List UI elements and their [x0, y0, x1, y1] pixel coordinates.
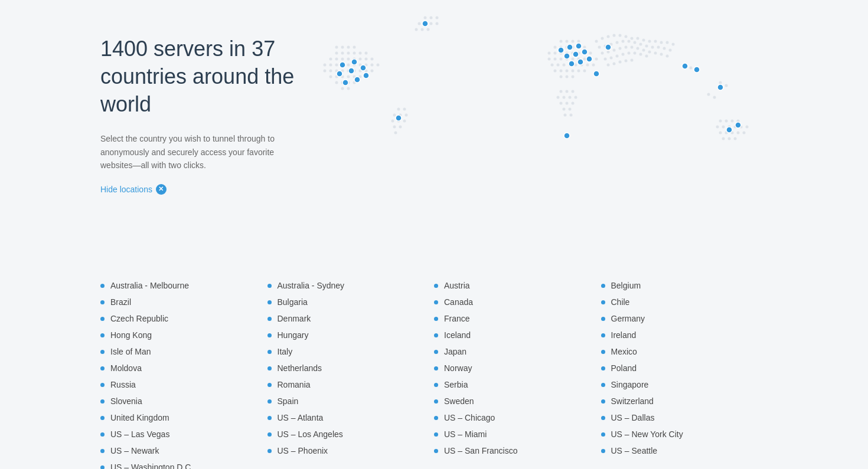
list-item[interactable]: Hungary	[267, 327, 423, 343]
list-item[interactable]: US – Atlanta	[267, 409, 423, 426]
svg-point-93	[586, 64, 589, 67]
svg-point-135	[625, 46, 628, 49]
svg-point-125	[639, 43, 642, 46]
svg-point-226	[593, 71, 599, 77]
list-item[interactable]: France	[434, 310, 589, 327]
location-label: Romania	[278, 380, 311, 389]
list-item[interactable]: US – Washington D.C.	[100, 459, 256, 469]
top-section: 1400 servers in 37 countries around the …	[0, 0, 868, 265]
location-label: Slovenia	[110, 396, 142, 406]
list-item[interactable]: US – New York City	[601, 426, 756, 442]
list-item[interactable]: US – Newark	[100, 442, 256, 459]
hide-locations-button[interactable]: Hide locations ✕	[100, 184, 167, 195]
svg-point-137	[637, 47, 639, 50]
list-item[interactable]: US – Seattle	[601, 442, 756, 459]
svg-point-115	[660, 41, 663, 44]
list-item[interactable]: Germany	[601, 310, 756, 327]
list-item[interactable]: US – Dallas	[601, 409, 756, 426]
world-map-svg	[307, 0, 868, 265]
svg-point-175	[391, 120, 394, 123]
list-item[interactable]: Japan	[434, 343, 589, 360]
list-item[interactable]: US – Miami	[434, 426, 589, 442]
list-item[interactable]: Serbia	[434, 376, 589, 393]
list-item[interactable]: Chile	[601, 294, 756, 310]
svg-point-114	[654, 40, 657, 43]
svg-point-178	[393, 126, 396, 129]
list-item[interactable]: Mexico	[601, 343, 756, 360]
list-item[interactable]: US – San Francisco	[434, 442, 589, 459]
svg-point-26	[371, 64, 374, 67]
location-label: Netherlands	[278, 363, 322, 373]
svg-point-58	[421, 28, 424, 31]
list-item[interactable]: Slovenia	[100, 393, 256, 409]
svg-point-121	[616, 41, 619, 44]
list-item[interactable]: Bulgaria	[267, 294, 423, 310]
svg-point-158	[572, 90, 575, 93]
list-item[interactable]: US – Phoenix	[267, 442, 423, 459]
list-item[interactable]: Singapore	[601, 376, 756, 393]
bullet-icon	[100, 416, 105, 420]
list-item[interactable]: US – Chicago	[434, 409, 589, 426]
svg-point-36	[371, 70, 374, 73]
list-item[interactable]: Netherlands	[267, 360, 423, 376]
svg-point-5	[341, 52, 344, 55]
svg-point-6	[347, 52, 350, 55]
list-item[interactable]: Iceland	[434, 327, 589, 343]
main-heading: 1400 servers in 37 countries around the …	[100, 35, 307, 118]
svg-point-186	[722, 126, 725, 129]
svg-point-28	[324, 70, 327, 73]
svg-point-60	[560, 40, 563, 43]
list-item[interactable]: Russia	[100, 376, 256, 393]
list-item[interactable]: Belgium	[601, 277, 756, 294]
svg-point-64	[554, 46, 557, 49]
svg-point-99	[577, 70, 580, 73]
close-icon: ✕	[156, 184, 167, 195]
list-item[interactable]: Sweden	[434, 393, 589, 409]
location-label: Serbia	[444, 380, 468, 389]
svg-point-112	[642, 39, 645, 42]
bullet-icon	[267, 432, 272, 437]
list-item[interactable]: Norway	[434, 360, 589, 376]
svg-point-222	[569, 61, 575, 67]
bullet-icon	[601, 333, 605, 337]
svg-point-100	[583, 70, 586, 73]
list-item[interactable]: Australia - Melbourne	[100, 277, 256, 294]
svg-point-55	[430, 22, 433, 25]
list-item[interactable]: Czech Republic	[100, 310, 256, 327]
location-label: US – Chicago	[444, 413, 495, 422]
svg-point-59	[427, 28, 430, 31]
list-item[interactable]: Denmark	[267, 310, 423, 327]
svg-point-227	[682, 63, 688, 69]
bullet-icon	[100, 465, 105, 470]
list-item[interactable]: US – Los Angeles	[267, 426, 423, 442]
bullet-icon	[267, 300, 272, 304]
list-item[interactable]: US – Las Vegas	[100, 426, 256, 442]
list-item[interactable]: Isle of Man	[100, 343, 256, 360]
svg-point-19	[329, 64, 332, 67]
list-item[interactable]: Canada	[434, 294, 589, 310]
list-item[interactable]: Australia - Sydney	[267, 277, 423, 294]
svg-point-71	[554, 52, 557, 55]
location-label: Denmark	[278, 314, 311, 323]
svg-point-168	[564, 114, 567, 117]
list-item[interactable]: Ireland	[601, 327, 756, 343]
list-item[interactable]: Moldova	[100, 360, 256, 376]
svg-point-172	[393, 114, 396, 117]
list-item[interactable]: Spain	[267, 393, 423, 409]
svg-point-109	[625, 35, 628, 38]
svg-point-216	[558, 47, 564, 53]
list-item[interactable]: Poland	[601, 360, 756, 376]
svg-point-129	[663, 47, 666, 50]
bullet-icon	[434, 284, 438, 288]
svg-point-146	[622, 53, 625, 56]
list-item[interactable]: Hong Kong	[100, 327, 256, 343]
list-item[interactable]: Brazil	[100, 294, 256, 310]
list-item[interactable]: Romania	[267, 376, 423, 393]
svg-point-77	[589, 52, 592, 55]
list-item[interactable]: United Kingdom	[100, 409, 256, 426]
location-label: Isle of Man	[110, 347, 151, 356]
list-item[interactable]: Italy	[267, 343, 423, 360]
list-item[interactable]: Switzerland	[601, 393, 756, 409]
list-item[interactable]: Austria	[434, 277, 589, 294]
svg-point-208	[337, 71, 342, 77]
